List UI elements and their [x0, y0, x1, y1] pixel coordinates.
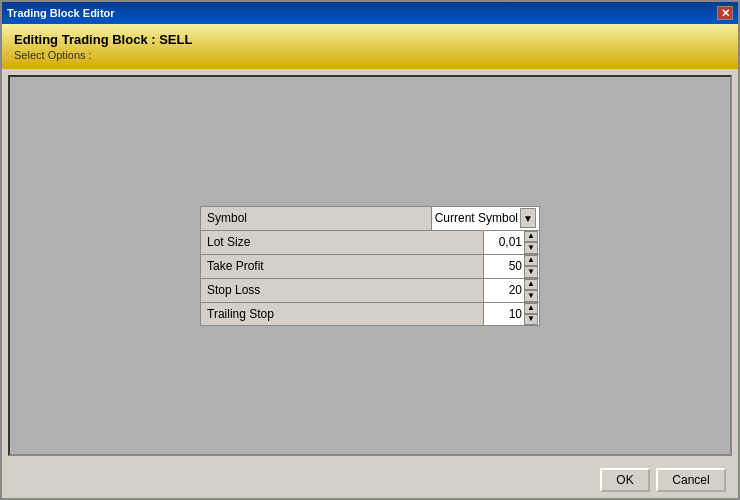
symbol-value: Current Symbol [435, 211, 518, 225]
main-content: Symbol Current Symbol ▼ Lot Size ▲ ▼ [8, 75, 732, 456]
trailing-stop-down-button[interactable]: ▼ [524, 314, 538, 325]
take-profit-up-button[interactable]: ▲ [524, 255, 538, 267]
footer: OK Cancel [2, 462, 738, 498]
header-title: Editing Trading Block : SELL [14, 32, 726, 47]
trailing-stop-input[interactable] [484, 303, 524, 325]
take-profit-input[interactable] [484, 255, 524, 278]
take-profit-row: Take Profit ▲ ▼ [200, 254, 540, 278]
take-profit-label: Take Profit [201, 255, 484, 278]
take-profit-down-button[interactable]: ▼ [524, 266, 538, 278]
title-bar: Trading Block Editor ✕ [2, 2, 738, 24]
stop-loss-row: Stop Loss ▲ ▼ [200, 278, 540, 302]
form-container: Symbol Current Symbol ▼ Lot Size ▲ ▼ [200, 206, 540, 326]
trailing-stop-spinner-buttons: ▲ ▼ [524, 303, 538, 325]
trailing-stop-up-button[interactable]: ▲ [524, 303, 538, 314]
symbol-row: Symbol Current Symbol ▼ [200, 206, 540, 230]
lot-size-row: Lot Size ▲ ▼ [200, 230, 540, 254]
symbol-label: Symbol [201, 207, 432, 230]
symbol-dropdown[interactable]: Current Symbol ▼ [432, 207, 539, 230]
take-profit-spinner-buttons: ▲ ▼ [524, 255, 538, 278]
take-profit-spinner: ▲ ▼ [484, 255, 539, 278]
window-title: Trading Block Editor [7, 7, 115, 19]
stop-loss-spinner-buttons: ▲ ▼ [524, 279, 538, 302]
ok-button[interactable]: OK [600, 468, 650, 492]
trading-block-editor-window: Trading Block Editor ✕ Editing Trading B… [0, 0, 740, 500]
close-button[interactable]: ✕ [717, 6, 733, 20]
header-area: Editing Trading Block : SELL Select Opti… [2, 24, 738, 69]
lot-size-up-button[interactable]: ▲ [524, 231, 538, 243]
lot-size-spinner: ▲ ▼ [484, 231, 539, 254]
lot-size-label: Lot Size [201, 231, 484, 254]
lot-size-input[interactable] [484, 231, 524, 254]
lot-size-down-button[interactable]: ▼ [524, 242, 538, 254]
header-subtitle: Select Options : [14, 49, 726, 61]
cancel-button[interactable]: Cancel [656, 468, 726, 492]
trailing-stop-row: Trailing Stop ▲ ▼ [200, 302, 540, 326]
dropdown-arrow-icon[interactable]: ▼ [520, 208, 536, 228]
trailing-stop-label: Trailing Stop [201, 303, 484, 325]
stop-loss-up-button[interactable]: ▲ [524, 279, 538, 291]
stop-loss-label: Stop Loss [201, 279, 484, 302]
stop-loss-spinner: ▲ ▼ [484, 279, 539, 302]
trailing-stop-spinner: ▲ ▼ [484, 303, 539, 325]
stop-loss-input[interactable] [484, 279, 524, 302]
stop-loss-down-button[interactable]: ▼ [524, 290, 538, 302]
lot-size-spinner-buttons: ▲ ▼ [524, 231, 538, 254]
